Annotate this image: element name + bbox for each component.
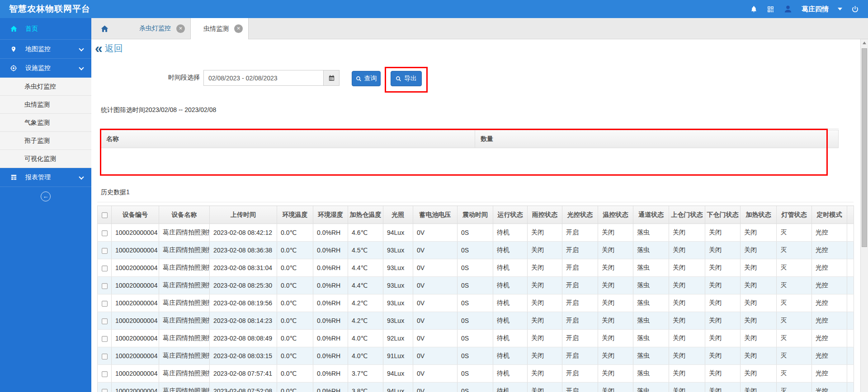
sidebar-subitem-visual-monitor[interactable]: 可视化监测 (0, 150, 91, 168)
row-checkbox[interactable] (102, 230, 108, 236)
sidebar-item-label: 地图监控 (25, 45, 51, 53)
history-column-header: 灯管状态 (777, 206, 812, 224)
main-content: « 返回 时间段选择 查询 导出 统计图筛选时间2023/02/08 -- 20… (91, 39, 860, 392)
history-column-header: 加热状态 (741, 206, 777, 224)
table-cell: 光控 (812, 242, 847, 259)
table-cell: 2023-02-08 08:08:49 (210, 330, 277, 347)
sidebar-subitem-insecticidal-lamp[interactable]: 杀虫灯监控 (0, 78, 91, 96)
scrollbar-thumb[interactable] (862, 48, 867, 247)
calendar-button[interactable] (323, 70, 340, 86)
tab-insecticidal-lamp[interactable]: 杀虫灯监控 × (127, 18, 190, 39)
row-checkbox[interactable] (102, 301, 108, 307)
table-cell: 关闭 (528, 294, 562, 312)
vertical-scrollbar[interactable] (860, 39, 868, 392)
table-cell: 92Lux (383, 330, 413, 347)
scroll-up-arrow-icon[interactable] (861, 39, 868, 47)
table-cell: 0.0℃ (277, 347, 313, 365)
table-cell: 开启 (562, 277, 598, 294)
close-icon[interactable]: × (176, 24, 185, 33)
table-cell: 关闭 (705, 312, 741, 330)
table-cell: 0.0℃ (277, 312, 313, 330)
row-checkbox[interactable] (102, 371, 108, 377)
select-all-checkbox[interactable] (102, 212, 108, 218)
table-cell: 光控 (812, 259, 847, 277)
table-cell: 葛庄四情拍照测报 (159, 330, 210, 347)
close-icon[interactable]: × (234, 24, 243, 33)
row-checkbox[interactable] (102, 248, 108, 254)
power-icon[interactable] (851, 5, 859, 13)
checkbox-cell (98, 330, 112, 347)
table-cell: 0.0℃ (277, 259, 313, 277)
table-cell: 葛庄四情拍照测报 (159, 383, 210, 392)
table-cell: 待机 (493, 312, 528, 330)
history-column-header: 上仓门状态 (669, 206, 705, 224)
sidebar: 首页 地图监控 设施监控 杀虫灯监控 虫情监测 气象监测 孢子监测 可视化监测 … (0, 18, 91, 392)
sidebar-item-home[interactable]: 首页 (0, 18, 91, 40)
query-button[interactable]: 查询 (352, 71, 381, 86)
sidebar-subitem-weather-monitor[interactable]: 气象监测 (0, 114, 91, 132)
stats-table: 名称 数量 (100, 130, 839, 174)
table-cell: 开启 (562, 365, 598, 383)
filler-cell (847, 383, 854, 392)
checkbox-cell (98, 347, 112, 365)
qrcode-icon[interactable] (767, 5, 774, 13)
table-cell: 0V (413, 383, 458, 392)
sidebar-subitem-pest-monitor[interactable]: 虫情监测 (0, 96, 91, 114)
tab-home[interactable] (91, 18, 118, 39)
date-range-input[interactable] (203, 70, 324, 86)
table-cell: 葛庄四情拍照测报 (159, 259, 210, 277)
user-name[interactable]: 葛庄四情 (802, 5, 829, 14)
row-checkbox[interactable] (102, 318, 108, 324)
caret-down-icon[interactable] (838, 8, 842, 10)
table-cell: 100020000004 (112, 294, 159, 312)
table-cell: 0.0℃ (277, 365, 313, 383)
table-cell: 关闭 (598, 330, 633, 347)
row-checkbox[interactable] (102, 283, 108, 289)
table-cell: 开启 (562, 383, 598, 392)
sidebar-item-map-monitor[interactable]: 地图监控 (0, 40, 91, 59)
table-cell: 关闭 (705, 242, 741, 259)
bell-icon[interactable] (750, 5, 758, 13)
table-cell: 关闭 (705, 383, 741, 392)
table-cell: 关闭 (669, 259, 705, 277)
table-cell: 灭 (777, 242, 812, 259)
table-cell: 4.4℃ (348, 259, 383, 277)
row-checkbox[interactable] (102, 389, 108, 392)
sidebar-subitem-spore-monitor[interactable]: 孢子监测 (0, 132, 91, 150)
row-checkbox[interactable] (102, 354, 108, 359)
table-cell: 关闭 (741, 383, 777, 392)
back-button[interactable]: « 返回 (95, 42, 123, 55)
user-icon[interactable] (783, 5, 793, 14)
table-cell: 0.0%RH (313, 347, 348, 365)
table-cell: 3.8℃ (348, 383, 383, 392)
table-cell: 4.2℃ (348, 294, 383, 312)
table-cell: 0.0%RH (313, 383, 348, 392)
table-cell: 关闭 (705, 277, 741, 294)
row-checkbox[interactable] (102, 266, 108, 271)
select-all-header (98, 206, 112, 224)
table-cell: 开启 (562, 294, 598, 312)
export-button[interactable]: 导出 (391, 71, 422, 86)
table-cell: 关闭 (741, 330, 777, 347)
history-column-header: 震动时间 (458, 206, 493, 224)
table-cell: 灭 (777, 365, 812, 383)
sidebar-item-facility-monitor[interactable]: 设施监控 (0, 59, 91, 78)
table-cell: 关闭 (741, 312, 777, 330)
panel-divider (97, 202, 854, 202)
table-cell: 100020000004 (112, 277, 159, 294)
table-cell: 关闭 (598, 277, 633, 294)
sidebar-collapse-button[interactable]: ← (0, 187, 91, 206)
table-cell: 待机 (493, 365, 528, 383)
table-cell: 0V (413, 242, 458, 259)
sidebar-subitem-label: 孢子监测 (24, 137, 50, 145)
row-checkbox[interactable] (102, 336, 108, 342)
table-row: 100020000004葛庄四情拍照测报2023-02-08 08:08:490… (98, 330, 854, 347)
header-actions: 葛庄四情 (750, 5, 859, 14)
tab-pest-monitor[interactable]: 虫情监测 × (190, 18, 249, 39)
table-cell: 94Lux (383, 365, 413, 383)
table-cell: 关闭 (598, 312, 633, 330)
table-cell: 待机 (493, 242, 528, 259)
table-cell: 0S (458, 365, 493, 383)
home-icon (9, 25, 18, 33)
sidebar-item-report-manage[interactable]: 报表管理 (0, 168, 91, 187)
